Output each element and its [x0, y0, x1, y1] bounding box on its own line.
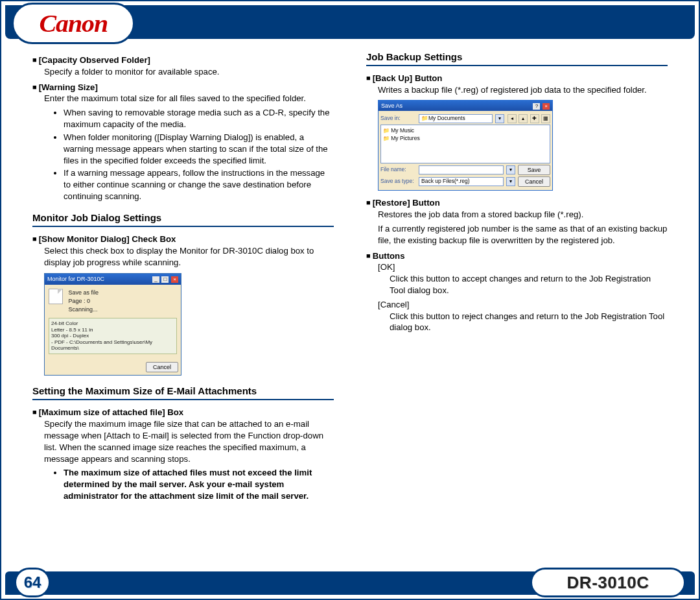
- model-label: DR-3010C: [567, 573, 649, 593]
- chevron-down-icon: ▾: [506, 165, 515, 174]
- saveas-title: Save As: [381, 102, 402, 110]
- bullet-item-bold: The maximum size of attached files must …: [64, 467, 334, 501]
- detail-line: Letter - 8.5 x 11 in: [51, 327, 174, 333]
- cancel-button: Cancel: [146, 362, 178, 372]
- maximize-icon: □: [161, 276, 169, 283]
- detail-line: 300 dpi - Duplex: [51, 333, 174, 339]
- content-area: [Capacity Observed Folder] Specify a fol…: [32, 51, 668, 555]
- warning-size-bullets: When saving to removable storage media s…: [64, 107, 334, 202]
- heading-capacity-folder: [Capacity Observed Folder]: [32, 54, 334, 66]
- filename-input: [419, 165, 504, 174]
- monitor-dialog-body: Save as file Page : 0 Scanning... 24-bit…: [45, 285, 181, 358]
- heading-show-monitor: [Show Monitor Dialog] Check Box: [32, 234, 334, 245]
- minimize-icon: _: [152, 276, 159, 283]
- file-list-area: My Music My Pictures: [380, 125, 550, 163]
- detail-line: 24-bit Color: [51, 320, 174, 327]
- saveastype-dropdown: Back up Files(*.reg): [419, 177, 504, 186]
- page-number-container: 64: [14, 568, 51, 597]
- section-job-backup: Job Backup Settings: [366, 51, 668, 66]
- folder-item: My Pictures: [383, 135, 548, 143]
- monitor-dialog-screenshot: Monitor for DR-3010C _ □ × Save as file …: [44, 273, 181, 376]
- detail-line: - PDF - C:\Documents and Settings\user\M…: [51, 339, 174, 352]
- ok-desc: Click this button to accept changes and …: [390, 273, 668, 296]
- heading-backup-btn: [Back Up] Button: [366, 73, 668, 84]
- up-icon: ▴: [519, 114, 528, 123]
- cancel-label: [Cancel]: [378, 299, 668, 311]
- close-icon: ×: [171, 276, 178, 283]
- left-column: [Capacity Observed Folder] Specify a fol…: [32, 51, 334, 555]
- monitor-line: Save as file: [69, 289, 99, 296]
- monitor-dialog-titlebar: Monitor for DR-3010C _ □ ×: [45, 274, 181, 284]
- max-attach-note-list: The maximum size of attached files must …: [64, 467, 334, 501]
- heading-restore-btn: [Restore] Button: [366, 197, 668, 209]
- section-monitor-job: Monitor Job Dialog Settings: [32, 211, 334, 227]
- cancel-button: Cancel: [518, 176, 550, 187]
- heading-buttons: Buttons: [366, 250, 668, 262]
- model-container: DR-3010C: [530, 568, 686, 597]
- text-backup-btn: Writes a backup file (*.reg) of register…: [378, 84, 668, 96]
- window-buttons: ? ×: [532, 102, 550, 110]
- page-number: 64: [24, 573, 41, 592]
- bullet-item: When folder monitoring ([Display Warning…: [64, 132, 334, 166]
- canon-logo: Canon: [39, 9, 108, 38]
- chevron-down-icon: ▾: [495, 114, 504, 123]
- text-restore-2: If a currently registered job number is …: [378, 223, 668, 246]
- bullet-item: If a warning message appears, follow the…: [64, 167, 334, 202]
- saveastype-label: Save as type:: [380, 178, 416, 185]
- logo-container: Canon: [12, 3, 135, 44]
- savein-value: My Documents: [428, 115, 465, 122]
- text-restore-1: Restores the job data from a stored back…: [378, 209, 668, 221]
- savein-label: Save in:: [380, 115, 416, 122]
- help-icon: ?: [533, 103, 540, 110]
- monitor-line: Page : 0: [69, 297, 99, 305]
- heading-warning-size: [Warning Size]: [32, 82, 334, 93]
- right-column: Job Backup Settings [Back Up] Button Wri…: [366, 51, 668, 555]
- saveas-titlebar: Save As ? ×: [379, 101, 552, 111]
- save-button: Save: [518, 165, 550, 175]
- text-capacity-folder: Specify a folder to monitor for availabl…: [44, 66, 334, 78]
- close-icon: ×: [542, 103, 550, 110]
- page-icon: [49, 289, 63, 304]
- toolbar-icons: ◂ ▴ ✚ ▦: [507, 114, 550, 123]
- text-warning-size: Enter the maximum total size for all fil…: [44, 93, 334, 104]
- ok-label: [OK]: [378, 261, 668, 273]
- views-icon: ▦: [541, 114, 550, 123]
- window-buttons: _ □ ×: [152, 275, 178, 283]
- monitor-dialog-title: Monitor for DR-3010C: [47, 275, 104, 283]
- monitor-detail-box: 24-bit Color Letter - 8.5 x 11 in 300 dp…: [49, 318, 177, 354]
- text-max-attach: Specify the maximum image file size that…: [44, 418, 334, 464]
- savein-dropdown: 📁 My Documents: [419, 114, 493, 123]
- heading-max-attach: [Maximum size of attached file] Box: [32, 407, 334, 418]
- chevron-down-icon: ▾: [506, 177, 515, 186]
- newfolder-icon: ✚: [530, 114, 539, 123]
- monitor-line: Scanning...: [69, 306, 99, 313]
- saveas-dialog-screenshot: Save As ? × Save in: 📁 My Documents ▾ ◂ …: [378, 100, 553, 191]
- section-email-attach: Setting the Maximum Size of E-Mail Attac…: [32, 385, 334, 400]
- bullet-item: When saving to removable storage media s…: [64, 107, 334, 130]
- text-show-monitor: Select this check box to display the Mon…: [44, 245, 334, 269]
- back-icon: ◂: [508, 114, 517, 123]
- cancel-desc: Click this button to reject changes and …: [390, 311, 668, 334]
- filename-label: File name:: [380, 166, 416, 173]
- folder-item: My Music: [383, 127, 548, 135]
